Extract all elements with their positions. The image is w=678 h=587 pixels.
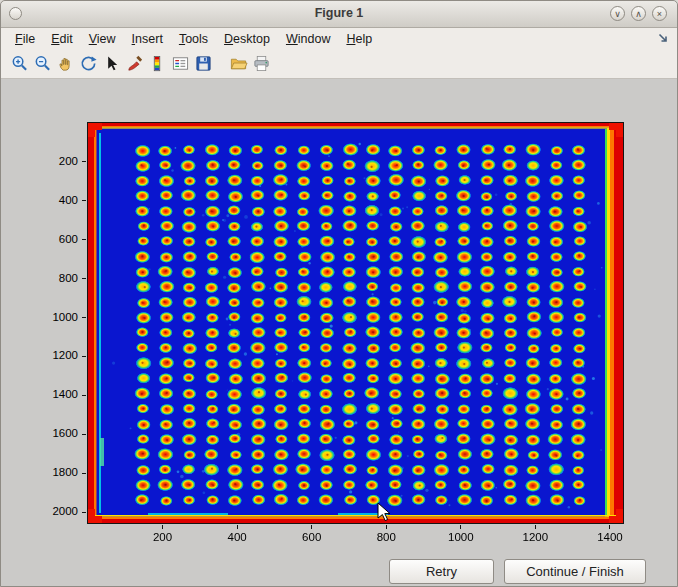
save-button[interactable] [192, 52, 214, 75]
x-tick [311, 525, 312, 529]
close-icon: × [657, 9, 662, 19]
zoom-out-button[interactable] [31, 52, 53, 75]
toolbar-separator [215, 49, 227, 78]
menu-edit[interactable]: Edit [43, 30, 81, 48]
x-tick-label: 1000 [439, 531, 483, 543]
chevron-up-icon: ∧ [635, 9, 642, 19]
hand-pan-icon [56, 54, 75, 73]
menu-view[interactable]: View [81, 30, 124, 48]
retry-button[interactable]: Retry [389, 559, 494, 584]
y-tick-label: 1400 [34, 388, 78, 400]
pan-button[interactable] [54, 52, 76, 75]
save-icon [194, 54, 213, 73]
zoom-out-icon [33, 54, 52, 73]
y-tick-label: 200 [34, 155, 78, 167]
y-tick [82, 200, 86, 201]
window-title: Figure 1 [1, 6, 677, 20]
window-shade-button[interactable]: ∨ [610, 6, 625, 21]
y-tick-label: 1000 [34, 311, 78, 323]
dock-figure-icon[interactable] [657, 32, 670, 45]
x-tick [609, 525, 610, 529]
y-tick-label: 2000 [34, 505, 78, 517]
x-tick-label: 1200 [513, 531, 557, 543]
window-close-button[interactable]: × [652, 6, 667, 21]
x-tick [386, 525, 387, 529]
zoom-in-button[interactable] [8, 52, 30, 75]
y-tick-label: 400 [34, 194, 78, 206]
menu-window[interactable]: Window [278, 30, 338, 48]
x-tick-label: 1400 [588, 531, 632, 543]
titlebar[interactable]: Figure 1 ∨ ∧ × [1, 1, 677, 28]
y-tick [82, 239, 86, 240]
y-tick-label: 1800 [34, 466, 78, 478]
menubar: File Edit View Insert Tools Desktop Wind… [1, 28, 677, 49]
zoom-in-icon [10, 54, 29, 73]
legend-icon [171, 54, 190, 73]
y-tick-label: 1600 [34, 427, 78, 439]
y-tick [82, 278, 86, 279]
data-cursor-button[interactable] [100, 52, 122, 75]
y-tick [82, 356, 86, 357]
x-tick [162, 525, 163, 529]
chevron-down-icon: ∨ [614, 9, 621, 19]
heatmap-image[interactable] [88, 123, 623, 523]
y-tick [82, 317, 86, 318]
y-tick [82, 512, 86, 513]
x-tick-label: 400 [215, 531, 259, 543]
open-folder-icon [229, 54, 248, 73]
x-tick-label: 200 [141, 531, 185, 543]
figure-window: Figure 1 ∨ ∧ × File Edit View Insert Too… [0, 0, 678, 587]
menu-desktop[interactable]: Desktop [216, 30, 278, 48]
y-tick-label: 600 [34, 233, 78, 245]
x-tick [460, 525, 461, 529]
plot-axes [87, 122, 624, 524]
menu-insert[interactable]: Insert [124, 30, 171, 48]
x-tick [535, 525, 536, 529]
y-tick-label: 800 [34, 272, 78, 284]
colorbar-icon [148, 54, 167, 73]
figure-toolbar [1, 49, 677, 79]
data-cursor-icon [102, 54, 121, 73]
brush-icon [125, 54, 144, 73]
print-button[interactable] [250, 52, 272, 75]
brush-button[interactable] [123, 52, 145, 75]
menu-file[interactable]: File [7, 30, 43, 48]
y-tick-label: 1200 [34, 349, 78, 361]
insert-colorbar-button[interactable] [146, 52, 168, 75]
rotate-3d-icon [79, 54, 98, 73]
y-tick [82, 434, 86, 435]
insert-legend-button[interactable] [169, 52, 191, 75]
x-tick-label: 800 [364, 531, 408, 543]
rotate-3d-button[interactable] [77, 52, 99, 75]
window-maximize-button[interactable]: ∧ [631, 6, 646, 21]
print-icon [252, 54, 271, 73]
x-tick [237, 525, 238, 529]
y-tick [82, 161, 86, 162]
x-tick-label: 600 [290, 531, 334, 543]
menu-tools[interactable]: Tools [171, 30, 216, 48]
figure-canvas-area: Retry Continue / Finish 2004006008001000… [1, 79, 678, 587]
y-tick [82, 473, 86, 474]
continue-finish-button[interactable]: Continue / Finish [504, 559, 646, 584]
y-tick [82, 395, 86, 396]
menu-help[interactable]: Help [338, 30, 380, 48]
open-button[interactable] [227, 52, 249, 75]
